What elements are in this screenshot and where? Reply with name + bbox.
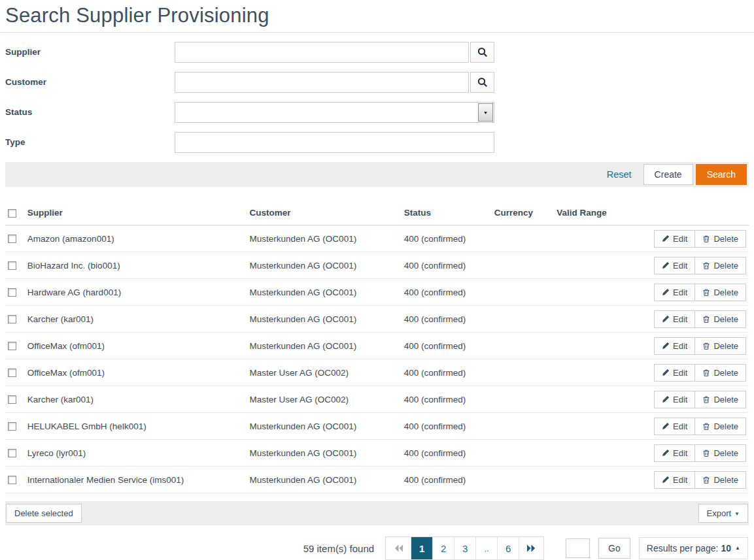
goto-page-input[interactable] [566, 538, 590, 558]
table-row: Lyreco (lyr001) Musterkunden AG (OC001) … [5, 440, 749, 467]
cell-valid-range [557, 252, 654, 279]
pagination-page-3[interactable]: 3 [454, 537, 475, 559]
cell-valid-range [557, 386, 654, 413]
pagination-page-2[interactable]: 2 [432, 537, 454, 559]
delete-button[interactable]: Delete [694, 445, 745, 461]
search-icon [477, 47, 488, 58]
cell-supplier: Lyreco (lyr001) [27, 440, 250, 467]
first-page-button[interactable] [386, 537, 411, 559]
row-checkbox[interactable] [8, 342, 16, 350]
trash-icon [702, 395, 710, 404]
pencil-icon [662, 261, 670, 269]
cell-currency [494, 440, 557, 467]
pagination-ellipsis: .. [475, 537, 497, 559]
row-actions: Edit Delete [654, 257, 746, 274]
row-checkbox[interactable] [8, 235, 16, 243]
form-row-status: Status ▼ [5, 102, 749, 123]
delete-button[interactable]: Delete [694, 311, 745, 327]
cell-customer: Musterkunden AG (OC001) [250, 467, 404, 493]
delete-button[interactable]: Delete [694, 338, 745, 354]
cell-supplier: Amazon (amazon001) [27, 225, 250, 252]
double-chevron-right-icon [526, 544, 536, 552]
row-checkbox[interactable] [8, 422, 16, 431]
trash-icon [702, 422, 710, 431]
delete-button[interactable]: Delete [694, 284, 745, 301]
row-checkbox[interactable] [8, 315, 16, 323]
edit-button[interactable]: Edit [655, 311, 694, 327]
supplier-provisioning-page: Search Supplier Provisioning Supplier Cu… [0, 0, 754, 560]
cell-valid-range [557, 333, 654, 359]
delete-selected-button[interactable]: Delete selected [6, 504, 82, 523]
type-input[interactable] [175, 132, 494, 153]
search-button[interactable]: Search [696, 164, 747, 185]
cell-customer: Master User AG (OC002) [250, 359, 404, 386]
export-button[interactable]: Export▼ [698, 504, 749, 523]
row-checkbox[interactable] [8, 369, 16, 377]
customer-search-button[interactable] [470, 72, 494, 93]
delete-button[interactable]: Delete [694, 257, 745, 274]
customer-input[interactable] [175, 72, 469, 93]
create-button[interactable]: Create [643, 164, 693, 185]
delete-button[interactable]: Delete [694, 418, 745, 435]
select-all-checkbox[interactable] [8, 209, 16, 218]
go-button[interactable]: Go [598, 538, 630, 559]
pencil-icon [662, 342, 670, 350]
edit-button[interactable]: Edit [655, 365, 694, 381]
delete-button[interactable]: Delete [694, 231, 745, 247]
row-actions: Edit Delete [654, 310, 746, 328]
delete-button[interactable]: Delete [694, 391, 745, 408]
edit-button[interactable]: Edit [655, 257, 694, 274]
cell-status: 400 (confirmed) [404, 467, 494, 493]
supplier-input[interactable] [175, 42, 469, 63]
table-row: Karcher (kar001) Master User AG (OC002) … [5, 386, 749, 413]
status-select[interactable]: ▼ [175, 102, 494, 123]
supplier-search-button[interactable] [470, 42, 494, 63]
caret-down-icon: ▼ [734, 511, 740, 517]
edit-button[interactable]: Edit [655, 472, 694, 488]
edit-button[interactable]: Edit [655, 391, 694, 408]
row-checkbox[interactable] [8, 395, 16, 404]
form-row-type: Type [5, 132, 749, 153]
pencil-icon [662, 395, 670, 403]
cell-supplier: Karcher (kar001) [27, 306, 250, 333]
cell-supplier: OfficeMax (ofm001) [27, 359, 250, 386]
type-label: Type [5, 132, 175, 147]
row-checkbox[interactable] [8, 449, 16, 457]
cell-currency [494, 386, 557, 413]
table-row: HELUKABEL GmbH (helk001) Musterkunden AG… [5, 413, 749, 440]
trash-icon [702, 449, 710, 457]
cell-supplier: HELUKABEL GmbH (helk001) [27, 413, 250, 440]
cell-supplier: BioHazard Inc. (bio001) [27, 252, 250, 279]
results-per-page-button[interactable]: Results per page: 10 ▲ [639, 537, 748, 559]
reset-link[interactable]: Reset [607, 169, 632, 180]
cell-customer: Musterkunden AG (OC001) [250, 225, 404, 252]
results-per-page-label: Results per page: [647, 543, 719, 553]
cell-currency [494, 279, 557, 306]
cell-status: 400 (confirmed) [404, 225, 494, 252]
table-body: Amazon (amazon001) Musterkunden AG (OC00… [5, 225, 749, 493]
row-checkbox[interactable] [8, 476, 16, 484]
cell-currency [494, 306, 557, 333]
header-customer: Customer [250, 203, 404, 225]
pagination-page-6[interactable]: 6 [497, 537, 519, 559]
edit-button[interactable]: Edit [655, 418, 694, 435]
select-dropdown-arrow-icon[interactable]: ▼ [478, 103, 493, 122]
cell-customer: Musterkunden AG (OC001) [250, 413, 404, 440]
pagination-page-1[interactable]: 1 [411, 537, 432, 559]
cell-status: 400 (confirmed) [404, 386, 494, 413]
table-row: OfficeMax (ofm001) Musterkunden AG (OC00… [5, 333, 749, 359]
row-checkbox[interactable] [8, 288, 16, 297]
row-checkbox[interactable] [8, 261, 16, 270]
edit-button[interactable]: Edit [655, 231, 694, 247]
pencil-icon [662, 235, 670, 242]
edit-button[interactable]: Edit [655, 338, 694, 354]
edit-button[interactable]: Edit [655, 445, 694, 461]
delete-button[interactable]: Delete [694, 365, 745, 381]
edit-button[interactable]: Edit [655, 284, 694, 301]
delete-button[interactable]: Delete [694, 472, 745, 488]
next-page-button[interactable] [519, 537, 543, 559]
table-row: Internationaler Medien Service (ims001) … [5, 467, 749, 493]
table-row: BioHazard Inc. (bio001) Musterkunden AG … [5, 252, 749, 279]
trash-icon [702, 235, 710, 243]
cell-valid-range [557, 440, 654, 467]
